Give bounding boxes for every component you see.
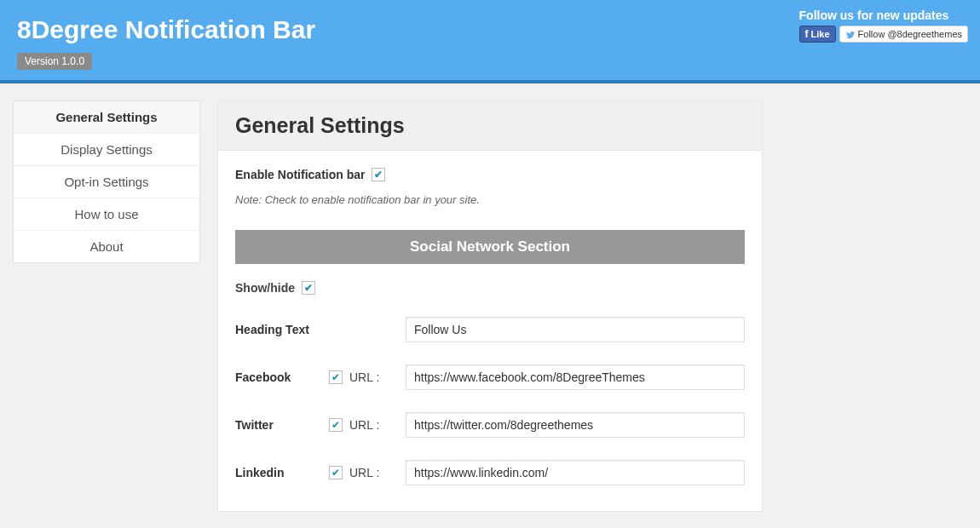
twitter-icon <box>845 29 856 39</box>
sidebar: General Settings Display Settings Opt-in… <box>13 100 200 263</box>
version-badge: Version 1.0.0 <box>17 53 92 70</box>
panel-title: General Settings <box>235 113 745 138</box>
linkedin-url-label: URL : <box>349 466 379 479</box>
app-header: 8Degree Notification Bar Version 1.0.0 F… <box>0 0 980 80</box>
facebook-url-input[interactable] <box>406 364 745 390</box>
sidebar-item-general[interactable]: General Settings <box>14 101 199 134</box>
sidebar-item-optin[interactable]: Opt-in Settings <box>14 166 199 198</box>
settings-panel: General Settings Enable Notification bar… <box>217 100 763 512</box>
twitter-follow-button[interactable]: Follow @8degreethemes <box>839 26 968 43</box>
facebook-like-button[interactable]: f Like <box>799 26 836 43</box>
follow-text: Follow us for new updates <box>799 9 968 22</box>
enable-label: Enable Notification bar <box>235 168 365 181</box>
showhide-checkbox[interactable] <box>302 281 315 295</box>
twitter-label: Twitter <box>235 418 329 432</box>
linkedin-label: Linkedin <box>235 466 329 479</box>
heading-text-input[interactable] <box>406 317 745 342</box>
enable-note: Note: Check to enable notification bar i… <box>235 193 745 206</box>
heading-text-label: Heading Text <box>235 323 329 336</box>
social-section-header: Social Network Section <box>235 230 745 264</box>
sidebar-item-about[interactable]: About <box>14 231 199 262</box>
panel-header: General Settings <box>218 101 762 151</box>
twitter-url-input[interactable] <box>406 412 745 438</box>
follow-box: Follow us for new updates f Like Follow … <box>799 9 968 43</box>
twitter-checkbox[interactable] <box>329 418 343 432</box>
twitter-url-label: URL : <box>349 418 379 432</box>
sidebar-item-display[interactable]: Display Settings <box>14 134 199 166</box>
tw-follow-label: Follow @8degreethemes <box>858 29 962 39</box>
showhide-label: Show/hide <box>235 281 295 295</box>
facebook-label: Facebook <box>235 370 329 384</box>
linkedin-url-input[interactable] <box>406 460 745 485</box>
facebook-icon: f <box>805 28 809 40</box>
enable-checkbox[interactable] <box>372 168 385 181</box>
linkedin-checkbox[interactable] <box>329 466 343 479</box>
fb-like-label: Like <box>811 29 830 39</box>
sidebar-item-howto[interactable]: How to use <box>14 198 199 231</box>
facebook-url-label: URL : <box>349 370 379 384</box>
facebook-checkbox[interactable] <box>329 370 343 384</box>
